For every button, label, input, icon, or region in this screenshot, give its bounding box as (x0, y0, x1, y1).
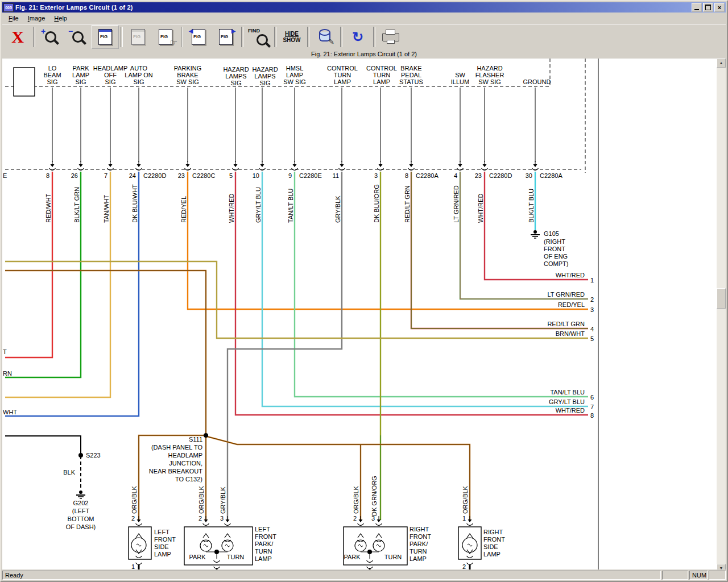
terminal-arrow-icon (260, 164, 264, 167)
vertical-scrollbar[interactable]: ▲ ▼ (717, 59, 726, 573)
diagram-label: BEAM (43, 72, 61, 78)
diagram-label: C2280D (143, 172, 166, 179)
restore-button[interactable] (703, 3, 713, 12)
diagram-label: 1 (462, 515, 466, 522)
diagram-label: E (3, 172, 7, 179)
diagram-label: RIGHT (483, 529, 503, 535)
diagram-label: GRY/BLK (334, 196, 341, 223)
toolbar: X + − FIG FIG FIG☞ FIG◄ FIG► FIND HIDESH… (2, 24, 726, 50)
diagram-label: HAZARD (477, 65, 502, 72)
wire-wht_red (485, 172, 588, 280)
diagram-label: JUNCTION, (169, 460, 202, 467)
toolbar-separator (307, 27, 309, 47)
diagram-label: WHT/RED (556, 272, 585, 278)
menu-image[interactable]: Image (24, 14, 49, 23)
toolbar-separator (121, 27, 123, 47)
diagram-label: TURN (410, 548, 427, 555)
toolbar-separator (241, 27, 243, 47)
diagram-label: FRONT (154, 536, 176, 543)
wire-dk_blu_wht (5, 172, 139, 416)
diagram-label: WHT/RED (556, 407, 585, 414)
scroll-up-button[interactable]: ▲ (717, 59, 726, 68)
title-bar[interactable]: 005 Fig. 21: Exterior Lamps Circuit (1 o… (2, 2, 726, 13)
scrollbar-thumb[interactable] (717, 288, 726, 309)
minimize-button[interactable] (692, 3, 702, 12)
diagram-label: 26 (71, 172, 78, 179)
diagram-label: TURN (255, 548, 272, 555)
terminal-arrow-icon (137, 164, 141, 167)
component-box (458, 527, 481, 559)
menu-file[interactable]: File (5, 14, 23, 23)
diagram-label: SW (455, 72, 465, 78)
terminal-arrow-icon (186, 164, 190, 167)
diagram-label: C2280D (489, 172, 512, 179)
diagram-label: BLK/LT GRN (73, 187, 80, 223)
menu-help[interactable]: Help (50, 14, 71, 23)
diagram-label: C2280A (416, 172, 439, 179)
diagram-label: TURN (384, 554, 402, 560)
diagram-label: TAN/LT BLU (287, 188, 294, 223)
ground-icon (533, 230, 537, 234)
view-figure-button[interactable]: FIG (92, 25, 119, 49)
diagram-label: ORG/BLK (131, 485, 138, 514)
previous-figure-button[interactable]: FIG◄ (185, 25, 212, 49)
figure-pan-button[interactable]: FIG☞ (152, 25, 179, 49)
diagram-label: T (3, 348, 7, 355)
diagram-label: AUTO (130, 65, 148, 72)
refresh-button[interactable]: ↻ (344, 25, 371, 49)
diagram-label: CONTROL (366, 65, 397, 72)
diagram-label: 9 (288, 172, 292, 179)
hide-show-button[interactable]: HIDESHOW (278, 25, 305, 49)
diagram-label: TURN (227, 554, 245, 560)
diagram-canvas[interactable]: LOBEAMSIGPARKLAMPSIGHEADLAMPOFFSIGAUTOLA… (2, 59, 721, 573)
diagram-label: PARK/ (255, 541, 274, 547)
close-button[interactable]: × (714, 3, 725, 12)
wire-stripe (207, 436, 470, 520)
diagram-label: TAN/LT BLU (550, 389, 585, 396)
terminal-arrow-icon (410, 164, 413, 167)
diagram-label: ORG/BLK (198, 485, 205, 514)
diagram-label: LAMP (286, 72, 303, 78)
next-figure-button[interactable]: FIG► (212, 25, 239, 49)
diagram-label: 3 (374, 172, 378, 179)
diagram-label: 24 (129, 172, 136, 179)
zoom-in-button[interactable]: + (37, 25, 64, 49)
diagram-label: GRY/LT BLU (549, 398, 585, 405)
ground-icon (79, 490, 82, 494)
diagram-label: 4 (454, 172, 457, 179)
figure-window-icon: FIG (98, 29, 112, 45)
window-title: Fig. 21: Exterior Lamps Circuit (1 of 2) (15, 4, 692, 11)
terminal-socket-icon (136, 563, 142, 565)
diagram-label: DK BLU/WHT (131, 184, 138, 223)
diagram-label: BRN/WHT (556, 330, 585, 337)
status-message: Ready (2, 571, 661, 580)
diagram-label: 2 (353, 515, 357, 522)
diagram-label: LAMP (483, 551, 500, 558)
status-bar: Ready NUM (2, 569, 726, 580)
diagram-label: 2 (590, 296, 594, 303)
diagram-label: 11 (333, 172, 339, 179)
diagram-label: 2 (198, 515, 202, 522)
diagram-label: BRAKE (177, 72, 198, 78)
diagram-label: SIG (47, 78, 58, 85)
terminal-arrow-icon (468, 519, 472, 522)
figure-caption: Fig. 21: Exterior Lamps Circuit (1 of 2) (311, 51, 417, 57)
terminal-arrow-icon (79, 164, 83, 167)
toolbar-separator (33, 27, 35, 47)
zoom-in-icon (45, 31, 56, 43)
print-button[interactable] (377, 25, 404, 49)
terminal-arrow-icon (458, 164, 462, 167)
diagram-label: SIDE (154, 543, 169, 550)
close-figure-button[interactable]: X (4, 25, 31, 49)
splice-dot (367, 550, 372, 554)
diagram-label: 6 (590, 394, 594, 401)
find-label: FIND (248, 28, 260, 34)
printer-icon (382, 33, 399, 41)
zoom-out-button[interactable]: − (64, 25, 92, 49)
find-button[interactable]: FIND (245, 25, 272, 49)
diagram-label: SW SIG (283, 78, 306, 85)
hide-show-label: HIDESHOW (283, 31, 300, 43)
terminal-arrow-icon (359, 519, 363, 522)
markup-button[interactable]: ✎ (311, 25, 338, 49)
terminal-arrow-icon (234, 164, 238, 167)
